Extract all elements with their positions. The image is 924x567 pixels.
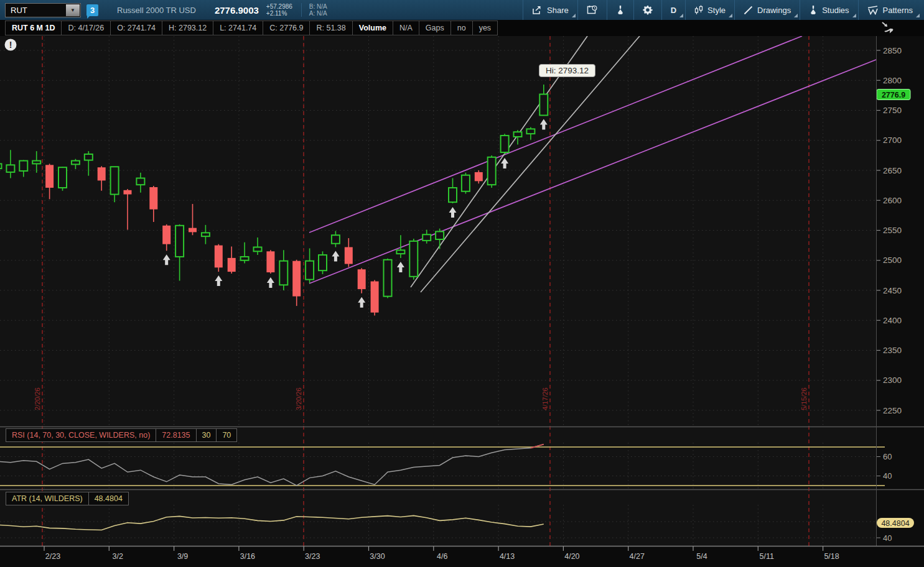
svg-text:2850: 2850 — [883, 46, 902, 55]
svg-text:2400: 2400 — [883, 316, 902, 325]
ohlc-close: C: 2776.9 — [263, 21, 310, 35]
symbol-dropdown-button[interactable]: ▼ — [66, 4, 80, 16]
ohlc-low: L: 2741.74 — [213, 21, 263, 35]
gear-icon — [643, 5, 653, 15]
studies-flask-icon — [809, 5, 818, 15]
svg-text:2/23: 2/23 — [45, 552, 60, 561]
svg-text:2776.9: 2776.9 — [882, 91, 905, 99]
svg-text:5/4: 5/4 — [696, 552, 707, 561]
timeframe-button[interactable]: D — [661, 0, 685, 20]
gaps-yes-option[interactable]: yes — [472, 21, 498, 35]
svg-text:4/13: 4/13 — [500, 552, 515, 561]
style-label: Style — [707, 6, 726, 15]
flask-icon — [616, 5, 625, 15]
svg-text:2600: 2600 — [883, 196, 902, 205]
svg-text:48.4804: 48.4804 — [881, 519, 909, 528]
current-price-badge: 2776.9 — [877, 90, 910, 100]
svg-text:4/27: 4/27 — [630, 552, 645, 561]
pan-zoom-icon[interactable] — [880, 21, 898, 38]
calendar-button[interactable] — [577, 0, 607, 20]
svg-text:2700: 2700 — [883, 136, 902, 145]
svg-text:2250: 2250 — [883, 406, 902, 415]
svg-text:40: 40 — [883, 533, 892, 543]
chart-status-bar: RUT 6 M 1D D: 4/17/26 O: 2741.74 H: 2793… — [0, 20, 924, 36]
svg-text:2350: 2350 — [883, 346, 902, 355]
svg-text:3/16: 3/16 — [240, 552, 255, 561]
toolbar-buttons: Share D Style Drawings — [523, 0, 922, 20]
gaps-no-option[interactable]: no — [450, 21, 473, 35]
svg-text:3/30: 3/30 — [370, 552, 385, 561]
drawing-line-icon — [744, 6, 753, 15]
svg-text:2/20/26: 2/20/26 — [34, 387, 41, 410]
svg-text:4/17/26: 4/17/26 — [541, 387, 549, 410]
analyze-button[interactable] — [607, 0, 633, 20]
rsi-oversold-level[interactable]: 30 — [196, 428, 217, 442]
candlestick-style-icon — [694, 5, 703, 15]
svg-text:3/2: 3/2 — [113, 552, 123, 561]
svg-text:2800: 2800 — [883, 76, 902, 85]
patterns-icon — [867, 6, 879, 15]
svg-text:2500: 2500 — [883, 256, 902, 265]
alert-icon[interactable]: ! — [5, 39, 17, 51]
rsi-overbought-level[interactable]: 70 — [216, 428, 237, 442]
svg-text:5/11: 5/11 — [760, 552, 774, 561]
ohlc-range: R: 51.38 — [309, 21, 352, 35]
gaps-label[interactable]: Gaps — [419, 21, 451, 35]
volume-label[interactable]: Volume — [352, 21, 393, 35]
atr-study-label[interactable]: ATR (14, WILDERS) — [6, 492, 89, 505]
svg-text:!: ! — [9, 40, 12, 50]
studies-label: Studies — [822, 6, 849, 15]
svg-text:5/15/26: 5/15/26 — [800, 387, 808, 410]
symbol-input[interactable]: RUT ▼ — [5, 3, 81, 17]
ask-value: A: N/A — [309, 10, 327, 17]
svg-text:2650: 2650 — [883, 166, 902, 175]
top-toolbar: RUT ▼ 3 Russell 2000 TR USD 2776.9003 +5… — [0, 0, 924, 20]
svg-text:2750: 2750 — [883, 106, 902, 115]
svg-text:2550: 2550 — [883, 226, 902, 235]
patterns-button[interactable]: Patterns — [858, 0, 922, 20]
svg-text:2300: 2300 — [883, 376, 902, 385]
change-percent: +2.11% — [266, 10, 292, 17]
svg-text:2450: 2450 — [883, 286, 902, 295]
trading-app-window: { "topbar": { "symbol": "RUT", "badge": … — [0, 0, 924, 567]
svg-text:3/23: 3/23 — [305, 552, 320, 561]
price-change: +57.2986 +2.11% — [266, 3, 292, 17]
share-icon — [532, 6, 543, 15]
ohlc-open: O: 2741.74 — [110, 21, 162, 35]
style-button[interactable]: Style — [685, 0, 734, 20]
symbol-description: Russell 2000 TR USD — [117, 6, 196, 15]
timeframe-label: D — [671, 6, 676, 15]
settings-button[interactable] — [633, 0, 661, 20]
main-chart[interactable]: 2/20/263/20/264/17/265/15/26!28502800275… — [0, 36, 924, 567]
calendar-clock-icon — [587, 5, 598, 15]
svg-text:40: 40 — [883, 471, 892, 481]
chart-title[interactable]: RUT 6 M 1D — [5, 21, 62, 35]
svg-text:5/18: 5/18 — [824, 552, 839, 561]
share-button[interactable]: Share — [523, 0, 577, 20]
drawings-button[interactable]: Drawings — [734, 0, 800, 20]
atr-value: 48.4804 — [88, 492, 129, 505]
high-price-tooltip: Hi: 2793.12 — [539, 64, 595, 77]
ohlc-high: H: 2793.12 — [162, 21, 213, 35]
link-badge[interactable]: 3 — [86, 4, 98, 16]
atr-value-badge: 48.4804 — [877, 518, 914, 528]
symbol-value: RUT — [6, 6, 66, 15]
share-label: Share — [547, 6, 569, 15]
bid-ask: B: N/A A: N/A — [301, 3, 327, 17]
atr-header: ATR (14, WILDERS) 48.4804 — [6, 492, 129, 505]
rsi-value: 72.8135 — [156, 428, 196, 442]
last-price: 2776.9003 — [215, 5, 259, 16]
svg-text:3/9: 3/9 — [177, 552, 188, 561]
volume-value: N/A — [393, 21, 419, 35]
drawings-label: Drawings — [757, 6, 791, 15]
chart-backgrounds — [0, 36, 924, 567]
rsi-study-label[interactable]: RSI (14, 70, 30, CLOSE, WILDERS, no) — [6, 428, 156, 442]
change-value: +57.2986 — [266, 3, 292, 10]
bid-value: B: N/A — [309, 3, 327, 10]
svg-text:60: 60 — [883, 452, 892, 461]
svg-text:3/20/26: 3/20/26 — [295, 387, 302, 410]
rsi-header: RSI (14, 70, 30, CLOSE, WILDERS, no) 72.… — [6, 428, 237, 442]
studies-button[interactable]: Studies — [800, 0, 857, 20]
svg-text:4/6: 4/6 — [437, 552, 447, 561]
svg-text:4/20: 4/20 — [564, 552, 579, 561]
